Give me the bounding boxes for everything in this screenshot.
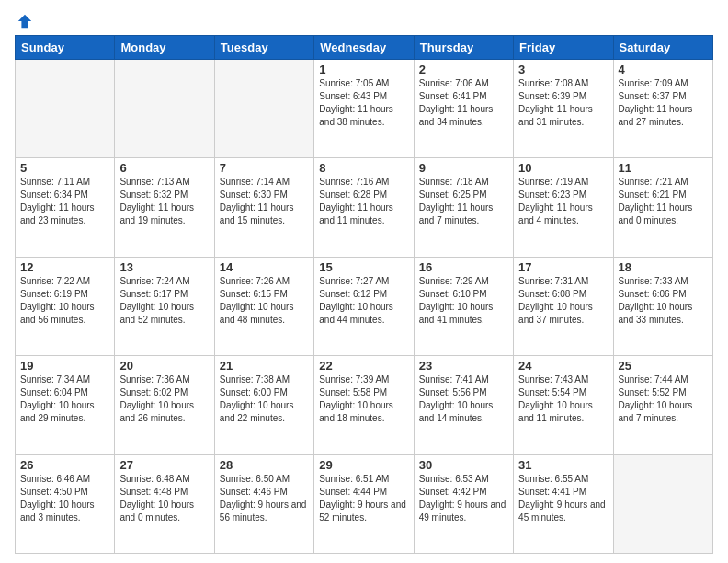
day-info: Sunrise: 6:50 AMSunset: 4:46 PMDaylight:… <box>220 473 309 524</box>
day-info: Sunrise: 6:53 AMSunset: 4:42 PMDaylight:… <box>419 473 508 524</box>
calendar-cell-2-3: 7Sunrise: 7:14 AMSunset: 6:30 PMDaylight… <box>214 158 313 257</box>
day-number: 8 <box>319 161 408 175</box>
day-info: Sunrise: 7:44 AMSunset: 5:52 PMDaylight:… <box>619 373 708 425</box>
day-number: 24 <box>518 359 608 373</box>
day-info: Sunrise: 6:46 AMSunset: 4:50 PMDaylight:… <box>20 473 109 524</box>
day-number: 7 <box>220 161 309 175</box>
day-number: 20 <box>119 359 209 373</box>
day-info: Sunrise: 7:21 AMSunset: 6:21 PMDaylight:… <box>619 176 708 227</box>
day-info: Sunrise: 7:08 AMSunset: 6:39 PMDaylight:… <box>518 77 608 129</box>
header <box>15 9 713 29</box>
day-number: 18 <box>619 260 708 274</box>
day-number: 12 <box>20 260 109 274</box>
week-row-3: 12Sunrise: 7:22 AMSunset: 6:19 PMDayligh… <box>16 257 713 355</box>
day-number: 30 <box>419 458 508 472</box>
calendar-cell-4-5: 23Sunrise: 7:41 AMSunset: 5:56 PMDayligh… <box>414 356 513 454</box>
day-number: 19 <box>20 359 109 373</box>
day-number: 25 <box>619 359 708 373</box>
calendar-cell-1-5: 2Sunrise: 7:06 AMSunset: 6:41 PMDaylight… <box>414 60 513 158</box>
day-number: 14 <box>220 260 309 274</box>
day-number: 9 <box>419 161 508 175</box>
calendar-cell-1-3 <box>214 60 313 158</box>
calendar-cell-1-1 <box>16 60 115 158</box>
day-info: Sunrise: 7:13 AMSunset: 6:32 PMDaylight:… <box>119 176 209 227</box>
day-number: 13 <box>119 260 209 274</box>
day-info: Sunrise: 7:14 AMSunset: 6:30 PMDaylight:… <box>220 176 309 227</box>
day-info: Sunrise: 7:18 AMSunset: 6:25 PMDaylight:… <box>419 176 508 227</box>
day-info: Sunrise: 7:43 AMSunset: 5:54 PMDaylight:… <box>518 373 608 425</box>
calendar-cell-5-2: 27Sunrise: 6:48 AMSunset: 4:48 PMDayligh… <box>115 454 214 553</box>
day-info: Sunrise: 7:41 AMSunset: 5:56 PMDaylight:… <box>419 373 508 425</box>
day-number: 31 <box>518 458 608 472</box>
calendar-cell-3-2: 13Sunrise: 7:24 AMSunset: 6:17 PMDayligh… <box>115 257 214 355</box>
day-info: Sunrise: 7:16 AMSunset: 6:28 PMDaylight:… <box>319 176 408 227</box>
day-info: Sunrise: 7:34 AMSunset: 6:04 PMDaylight:… <box>20 373 109 425</box>
day-number: 15 <box>319 260 408 274</box>
calendar-cell-3-6: 17Sunrise: 7:31 AMSunset: 6:08 PMDayligh… <box>514 257 613 355</box>
day-number: 16 <box>419 260 508 274</box>
day-info: Sunrise: 7:05 AMSunset: 6:43 PMDaylight:… <box>319 77 408 129</box>
day-number: 26 <box>20 458 109 472</box>
calendar-cell-4-3: 21Sunrise: 7:38 AMSunset: 6:00 PMDayligh… <box>214 356 313 454</box>
day-number: 22 <box>319 359 408 373</box>
calendar-cell-3-3: 14Sunrise: 7:26 AMSunset: 6:15 PMDayligh… <box>214 257 313 355</box>
day-info: Sunrise: 7:27 AMSunset: 6:12 PMDaylight:… <box>319 275 408 327</box>
day-info: Sunrise: 6:48 AMSunset: 4:48 PMDaylight:… <box>119 473 209 524</box>
week-row-1: 1Sunrise: 7:05 AMSunset: 6:43 PMDaylight… <box>16 60 713 158</box>
day-info: Sunrise: 6:51 AMSunset: 4:44 PMDaylight:… <box>319 473 408 524</box>
week-row-2: 5Sunrise: 7:11 AMSunset: 6:34 PMDaylight… <box>16 158 713 257</box>
day-number: 11 <box>619 161 708 175</box>
day-info: Sunrise: 7:36 AMSunset: 6:02 PMDaylight:… <box>119 373 209 425</box>
day-info: Sunrise: 7:26 AMSunset: 6:15 PMDaylight:… <box>220 275 309 327</box>
calendar-header-monday: Monday <box>115 36 214 60</box>
svg-marker-0 <box>18 15 31 28</box>
calendar-header-wednesday: Wednesday <box>314 36 414 60</box>
day-info: Sunrise: 7:19 AMSunset: 6:23 PMDaylight:… <box>518 176 608 227</box>
calendar-header-tuesday: Tuesday <box>214 36 313 60</box>
calendar-cell-3-4: 15Sunrise: 7:27 AMSunset: 6:12 PMDayligh… <box>314 257 414 355</box>
day-number: 4 <box>619 63 708 76</box>
calendar-cell-5-7 <box>613 454 712 553</box>
day-number: 29 <box>319 458 408 472</box>
day-number: 17 <box>518 260 608 274</box>
day-info: Sunrise: 7:31 AMSunset: 6:08 PMDaylight:… <box>518 275 608 327</box>
calendar-cell-5-3: 28Sunrise: 6:50 AMSunset: 4:46 PMDayligh… <box>214 454 313 553</box>
day-info: Sunrise: 7:39 AMSunset: 5:58 PMDaylight:… <box>319 373 408 425</box>
calendar-cell-4-7: 25Sunrise: 7:44 AMSunset: 5:52 PMDayligh… <box>613 356 712 454</box>
calendar-cell-4-6: 24Sunrise: 7:43 AMSunset: 5:54 PMDayligh… <box>514 356 613 454</box>
calendar-cell-1-6: 3Sunrise: 7:08 AMSunset: 6:39 PMDaylight… <box>514 60 613 158</box>
day-number: 1 <box>319 63 408 76</box>
day-info: Sunrise: 7:09 AMSunset: 6:37 PMDaylight:… <box>619 77 708 129</box>
day-number: 27 <box>119 458 209 472</box>
day-number: 23 <box>419 359 508 373</box>
calendar-cell-1-7: 4Sunrise: 7:09 AMSunset: 6:37 PMDaylight… <box>613 60 712 158</box>
calendar-cell-2-5: 9Sunrise: 7:18 AMSunset: 6:25 PMDaylight… <box>414 158 513 257</box>
calendar-cell-2-6: 10Sunrise: 7:19 AMSunset: 6:23 PMDayligh… <box>514 158 613 257</box>
calendar-cell-4-1: 19Sunrise: 7:34 AMSunset: 6:04 PMDayligh… <box>16 356 115 454</box>
calendar-cell-5-6: 31Sunrise: 6:55 AMSunset: 4:41 PMDayligh… <box>514 454 613 553</box>
day-info: Sunrise: 7:11 AMSunset: 6:34 PMDaylight:… <box>20 176 109 227</box>
calendar-cell-2-7: 11Sunrise: 7:21 AMSunset: 6:21 PMDayligh… <box>613 158 712 257</box>
calendar-cell-3-1: 12Sunrise: 7:22 AMSunset: 6:19 PMDayligh… <box>16 257 115 355</box>
calendar-header-row: SundayMondayTuesdayWednesdayThursdayFrid… <box>16 36 713 60</box>
day-info: Sunrise: 7:06 AMSunset: 6:41 PMDaylight:… <box>419 77 508 129</box>
calendar-cell-1-4: 1Sunrise: 7:05 AMSunset: 6:43 PMDaylight… <box>314 60 414 158</box>
day-number: 28 <box>220 458 309 472</box>
day-number: 10 <box>518 161 608 175</box>
logo <box>15 9 33 29</box>
day-number: 2 <box>419 63 508 76</box>
calendar-cell-4-2: 20Sunrise: 7:36 AMSunset: 6:02 PMDayligh… <box>115 356 214 454</box>
calendar-cell-3-7: 18Sunrise: 7:33 AMSunset: 6:06 PMDayligh… <box>613 257 712 355</box>
calendar-table: SundayMondayTuesdayWednesdayThursdayFrid… <box>15 35 713 554</box>
day-info: Sunrise: 7:22 AMSunset: 6:19 PMDaylight:… <box>20 275 109 327</box>
week-row-4: 19Sunrise: 7:34 AMSunset: 6:04 PMDayligh… <box>16 356 713 454</box>
calendar-cell-4-4: 22Sunrise: 7:39 AMSunset: 5:58 PMDayligh… <box>314 356 414 454</box>
page: SundayMondayTuesdayWednesdayThursdayFrid… <box>0 0 728 563</box>
day-info: Sunrise: 6:55 AMSunset: 4:41 PMDaylight:… <box>518 473 608 524</box>
day-number: 6 <box>119 161 209 175</box>
calendar-cell-2-4: 8Sunrise: 7:16 AMSunset: 6:28 PMDaylight… <box>314 158 414 257</box>
calendar-cell-5-1: 26Sunrise: 6:46 AMSunset: 4:50 PMDayligh… <box>16 454 115 553</box>
calendar-header-friday: Friday <box>514 36 613 60</box>
logo-icon <box>17 13 33 29</box>
calendar-header-sunday: Sunday <box>16 36 115 60</box>
